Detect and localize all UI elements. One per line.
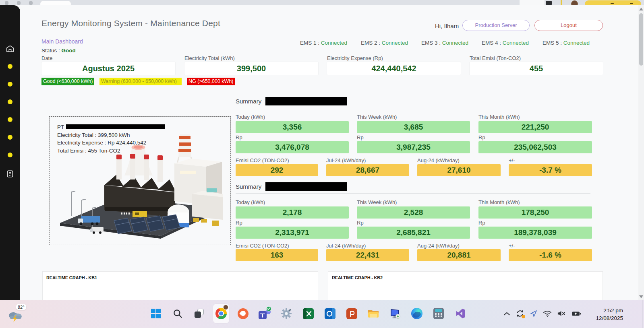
system-gear-icon[interactable] bbox=[278, 304, 294, 323]
value-week-rp: 2,685,821 bbox=[357, 227, 470, 239]
storm-cloud-icon bbox=[7, 310, 23, 323]
label-aug24: Aug-24 (kWh/day) bbox=[417, 243, 460, 249]
redaction-box bbox=[265, 97, 347, 105]
ems-status-4: EMS 4 : Connected bbox=[482, 40, 529, 46]
summary-title: Summary bbox=[236, 183, 261, 190]
label-today-kwh: Today (kWh) bbox=[236, 199, 265, 205]
excel-icon[interactable] bbox=[300, 304, 316, 323]
sidebar-item-dot-5[interactable] bbox=[8, 135, 12, 140]
value-month-kwh: 221,250 bbox=[478, 121, 592, 133]
value-today-kwh: 3,356 bbox=[236, 121, 349, 133]
label-week-kwh: This Week (kWh) bbox=[357, 199, 397, 205]
sidebar-item-dot-6[interactable] bbox=[8, 153, 12, 157]
sync-icon[interactable] bbox=[516, 309, 524, 318]
system-tray bbox=[503, 309, 582, 318]
chrome-profile-avatar bbox=[223, 305, 228, 310]
clock-time: 2:52 pm bbox=[596, 307, 623, 314]
value-month-rp: 235,062,503 bbox=[478, 141, 592, 153]
calculator-icon[interactable] bbox=[431, 304, 447, 323]
browser-profile-avatar[interactable] bbox=[571, 0, 578, 5]
postman-icon[interactable] bbox=[235, 304, 251, 323]
breadcrumb-main-dashboard[interactable]: Main Dashboard bbox=[41, 38, 83, 45]
label-jul24: Jul-24 (kWh/day) bbox=[326, 243, 366, 249]
label-delta: +/- bbox=[509, 243, 515, 249]
sidebar-item-dot-2[interactable] bbox=[8, 82, 12, 87]
weather-widget[interactable]: 82° bbox=[7, 304, 28, 324]
kpi-value-electricity-expense: 424,440,542 bbox=[327, 62, 461, 75]
sidebar bbox=[0, 5, 20, 300]
factory-3d-illustration bbox=[57, 134, 224, 239]
taskbar-pinned-icons bbox=[148, 304, 468, 323]
edge-icon[interactable] bbox=[409, 304, 425, 323]
browser-nav-icon[interactable] bbox=[5, 1, 8, 5]
browser-toolbar-segment bbox=[520, 0, 545, 5]
browser-update-button[interactable] bbox=[585, 0, 641, 5]
scrollbar[interactable] bbox=[638, 5, 644, 300]
outlook-icon[interactable] bbox=[322, 304, 338, 323]
browser-extension-icon[interactable] bbox=[546, 1, 552, 5]
value-emisi: 292 bbox=[236, 164, 318, 176]
ems-status-5: EMS 5 : Connected bbox=[543, 40, 590, 46]
summary-title: Summary bbox=[236, 98, 261, 105]
browser-nav-icon[interactable] bbox=[17, 1, 21, 5]
label-rp: Rp bbox=[478, 220, 485, 226]
value-month-kwh: 178,250 bbox=[478, 206, 592, 219]
weather-temperature: 82° bbox=[16, 304, 26, 310]
user-greeting: Hi, Ilham bbox=[435, 23, 459, 29]
ems-status-1: EMS 1 : Connected bbox=[300, 40, 347, 46]
label-month-kwh: This Month (kWh) bbox=[478, 199, 520, 205]
powerpoint-icon[interactable] bbox=[344, 304, 360, 323]
logout-button[interactable]: Logout bbox=[534, 20, 603, 31]
browser-tab[interactable] bbox=[40, 1, 71, 5]
sidebar-item-dot-4[interactable] bbox=[8, 117, 12, 122]
show-desktop-button[interactable] bbox=[642, 300, 644, 328]
file-explorer-icon[interactable] bbox=[365, 304, 381, 323]
label-rp: Rp bbox=[357, 220, 364, 226]
home-icon[interactable] bbox=[6, 44, 14, 53]
kpi-value-date: Agustus 2025 bbox=[41, 62, 175, 75]
scrollbar-up-arrow[interactable] bbox=[639, 8, 643, 10]
visual-studio-icon[interactable] bbox=[452, 304, 468, 323]
value-delta: -1.6 % bbox=[509, 249, 592, 261]
task-view-icon[interactable] bbox=[191, 304, 207, 323]
browser-topbar bbox=[0, 0, 644, 5]
label-rp: Rp bbox=[357, 134, 364, 140]
browser-nav-icon[interactable] bbox=[29, 1, 33, 5]
label-emisi: Emisi CO2 (TON-CO2) bbox=[236, 243, 289, 249]
graph-title-kb2: REALTIME GRAPH - KB2 bbox=[328, 272, 603, 280]
battery-icon[interactable] bbox=[572, 311, 582, 317]
summary-section-1: Summary Today (kWh) This Week (kWh) This… bbox=[236, 97, 592, 177]
sidebar-item-dot-3[interactable] bbox=[8, 99, 12, 104]
value-aug24: 20,881 bbox=[417, 249, 501, 261]
label-month-kwh: This Month (kWh) bbox=[478, 114, 520, 120]
taskbar-clock[interactable]: 2:52 pm 12/08/2025 bbox=[596, 307, 623, 322]
realtime-graph-kb2: REALTIME GRAPH - KB2 bbox=[328, 271, 603, 300]
taskbar: 82° bbox=[0, 300, 644, 328]
sync-notification-dot bbox=[522, 315, 525, 318]
realtime-graph-kb1: REALTIME GRAPH - KB1 bbox=[42, 271, 318, 300]
volume-muted-icon[interactable] bbox=[557, 310, 566, 317]
label-rp: Rp bbox=[236, 134, 242, 140]
graph-title-kb1: REALTIME GRAPH - KB1 bbox=[43, 272, 318, 280]
value-today-rp: 3,476,078 bbox=[236, 141, 349, 153]
wifi-icon[interactable] bbox=[543, 310, 552, 317]
sidebar-item-dot-1[interactable] bbox=[8, 64, 12, 69]
value-month-rp: 189,378,039 bbox=[478, 227, 592, 239]
chrome-icon[interactable] bbox=[213, 304, 229, 323]
legend-badge-ng: NG (>650,000 kWh) bbox=[187, 78, 235, 85]
teams-icon[interactable] bbox=[257, 304, 273, 323]
scrollbar-thumb[interactable] bbox=[639, 13, 643, 66]
document-icon[interactable] bbox=[6, 169, 14, 178]
production-server-button[interactable]: Production Server bbox=[462, 20, 530, 31]
location-icon[interactable] bbox=[530, 309, 538, 318]
chevron-up-icon[interactable] bbox=[503, 311, 510, 316]
search-icon[interactable] bbox=[170, 304, 186, 323]
remote-desktop-icon[interactable] bbox=[387, 304, 403, 323]
label-delta: +/- bbox=[509, 157, 515, 163]
redaction-box bbox=[66, 124, 165, 129]
kpi-label-total-emisi: Total Emisi (Ton-CO2) bbox=[470, 55, 521, 61]
start-icon[interactable] bbox=[148, 304, 164, 323]
value-week-kwh: 2,528 bbox=[357, 206, 470, 219]
scrollbar-down-arrow[interactable] bbox=[639, 295, 643, 298]
clock-date: 12/08/2025 bbox=[596, 314, 623, 322]
